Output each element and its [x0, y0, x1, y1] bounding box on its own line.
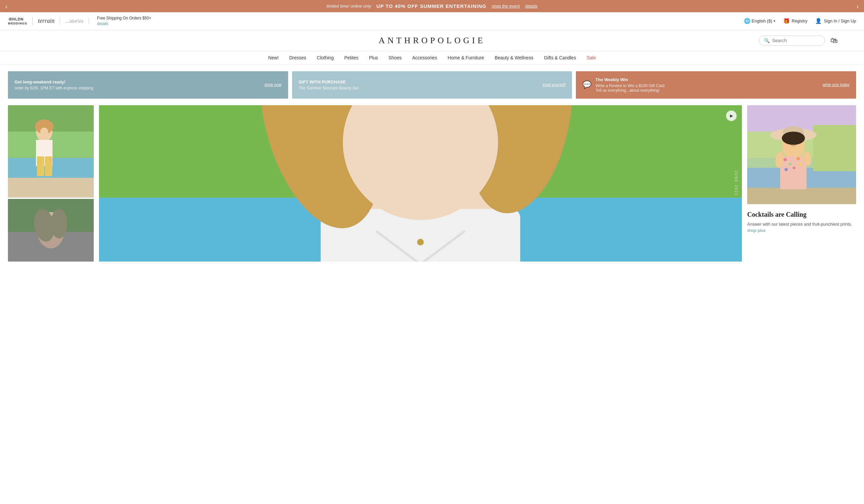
mosaic-top-image[interactable]	[8, 105, 94, 198]
sub-header: ·BHLDNWEDDINGS terrain ...stories Free S…	[0, 12, 864, 30]
nav-dresses[interactable]: Dresses	[289, 55, 306, 60]
user-icon: 👤	[815, 18, 822, 24]
main-nav: New! Dresses Clothing Petites Plus Shoes…	[0, 51, 864, 65]
promo-section: Get long-weekend ready! order by 6/29, 1…	[0, 65, 864, 105]
terrain-logo[interactable]: terrain	[33, 17, 60, 24]
search-icon: 🔍	[764, 38, 770, 43]
main-header: ANTHROPOLOGIE 🔍 🛍	[0, 30, 864, 51]
gift-promo-heading: GIFT WITH PURCHASE	[299, 79, 539, 84]
shipping-promo-heading: Get long-weekend ready!	[14, 79, 260, 84]
right-hero-image[interactable]	[747, 105, 856, 204]
svg-rect-35	[813, 125, 856, 171]
left-mosaic	[8, 105, 94, 261]
model-bw-image	[8, 199, 94, 261]
nav-petites[interactable]: Petites	[344, 55, 358, 60]
review-promo-heading: The Weekly Win	[595, 77, 818, 82]
svg-point-16	[51, 209, 67, 238]
nav-accessories[interactable]: Accessories	[412, 55, 437, 60]
play-button[interactable]: ▶	[726, 111, 736, 121]
svg-rect-4	[8, 178, 94, 198]
svg-rect-36	[747, 188, 856, 204]
review-promo-link[interactable]: write one today	[823, 83, 850, 87]
language-selector[interactable]: 🌐 English ($) ▾	[744, 18, 775, 24]
free-shipping-notice: Free Shipping On Orders $50+ details	[97, 15, 151, 27]
model-left-image	[8, 105, 94, 198]
svg-point-43	[797, 157, 800, 160]
review-promo-text: The Weekly Win Write a Review to Win a $…	[595, 77, 818, 93]
bhldn-logo[interactable]: ·BHLDNWEDDINGS	[8, 17, 33, 25]
svg-point-10	[40, 128, 48, 136]
svg-rect-40	[780, 156, 807, 189]
june-label: JUNE 2021	[734, 171, 738, 196]
globe-icon: 🌐	[744, 18, 751, 24]
main-logo[interactable]: ANTHROPOLOGIE	[379, 36, 485, 46]
gift-promo-card: GIFT WITH PURCHASE The Summer Skincare B…	[292, 71, 572, 99]
banner-details-link[interactable]: details	[525, 4, 538, 9]
banner-shop-link[interactable]: shop the event	[492, 4, 520, 9]
gift-icon: 🎁	[783, 18, 790, 24]
signin-link[interactable]: 👤 Sign In / Sign Up	[815, 18, 856, 24]
chevron-down-icon: ▾	[773, 19, 775, 23]
brand-logos: ·BHLDNWEDDINGS terrain ...stories	[8, 17, 89, 25]
cocktails-shop-link[interactable]: shop plus	[747, 228, 766, 233]
search-area: 🔍 🛍	[759, 36, 838, 46]
svg-rect-8	[45, 156, 52, 176]
review-promo-body: Write a Review to Win a $100 Gift CardTe…	[595, 84, 818, 93]
cart-icon[interactable]: 🛍	[830, 36, 838, 45]
shipping-promo-card: Get long-weekend ready! order by 6/29, 1…	[8, 71, 288, 99]
svg-point-45	[784, 168, 788, 171]
banner-limited-text: limited time! online only	[326, 4, 371, 9]
registry-label: Registry	[792, 19, 807, 23]
nav-shoes[interactable]: Shoes	[388, 55, 401, 60]
nav-sale[interactable]: Sale	[586, 55, 596, 60]
shipping-promo-body: order by 6/29, 1PM ET with express shipp…	[14, 86, 260, 90]
registry-link[interactable]: 🎁 Registry	[783, 18, 807, 24]
nav-plus[interactable]: Plus	[369, 55, 378, 60]
center-hero-image[interactable]: ▶ JUNE 2021	[99, 105, 742, 261]
review-promo-card: 💬 The Weekly Win Write a Review to Win a…	[576, 71, 856, 99]
free-shipping-details-link[interactable]: details	[97, 22, 109, 26]
stories-logo[interactable]: ...stories	[60, 18, 89, 24]
search-box[interactable]: 🔍	[759, 36, 825, 46]
search-input[interactable]	[772, 38, 820, 43]
banner-next-button[interactable]: ›	[856, 2, 859, 10]
free-shipping-text: Free Shipping On Orders $50+	[97, 15, 151, 21]
nav-clothing[interactable]: Clothing	[317, 55, 334, 60]
right-panel: Cocktails are Calling Answer with our la…	[747, 105, 856, 261]
banner-prev-button[interactable]: ‹	[5, 2, 8, 10]
nav-gifts[interactable]: Gifts & Candles	[544, 55, 576, 60]
language-label: English ($)	[752, 19, 772, 23]
shipping-promo-text: Get long-weekend ready! order by 6/29, 1…	[14, 79, 260, 90]
nav-home[interactable]: Home & Furniture	[447, 55, 484, 60]
nav-beauty[interactable]: Beauty & Wellness	[495, 55, 533, 60]
banner-sale-text: UP TO 40% OFF SUMMER ENTERTAINING	[376, 3, 487, 9]
svg-point-50	[782, 132, 805, 145]
svg-point-44	[793, 167, 795, 169]
svg-point-41	[783, 158, 787, 161]
top-banner: ‹ limited time! online only UP TO 40% OF…	[0, 0, 864, 12]
main-content: ▶ JUNE 2021	[0, 105, 864, 270]
cocktails-body-text: Answer with our latest pieces and fruit-…	[747, 222, 852, 226]
cocktails-section: Cocktails are Calling Answer with our la…	[747, 208, 856, 236]
svg-point-42	[789, 163, 791, 165]
nav-new[interactable]: New!	[268, 55, 279, 60]
shipping-promo-link[interactable]: shop now	[264, 83, 281, 87]
sub-header-right: 🌐 English ($) ▾ 🎁 Registry 👤 Sign In / S…	[744, 18, 856, 24]
svg-point-46	[799, 163, 801, 166]
mosaic-bottom-image[interactable]	[8, 199, 94, 261]
cocktails-body: Answer with our latest pieces and fruit-…	[747, 221, 856, 234]
cocktails-heading: Cocktails are Calling	[747, 211, 856, 218]
chat-icon: 💬	[583, 81, 591, 89]
signin-label: Sign In / Sign Up	[824, 19, 856, 23]
gift-promo-link[interactable]: treat yourself	[542, 83, 565, 87]
svg-rect-7	[37, 156, 44, 176]
svg-point-30	[417, 239, 424, 245]
gift-promo-body: The Summer Skincare Beauty Set	[299, 86, 539, 90]
gift-promo-text: GIFT WITH PURCHASE The Summer Skincare B…	[299, 79, 539, 90]
